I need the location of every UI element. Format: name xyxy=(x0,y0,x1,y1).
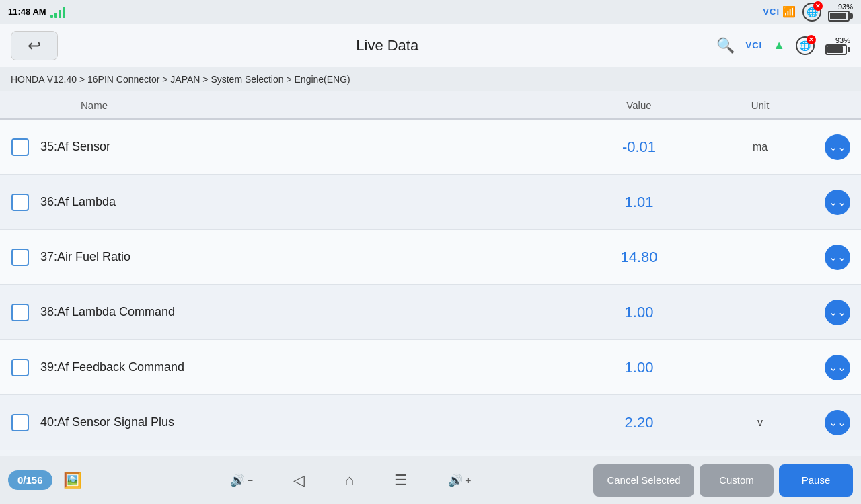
network-globe-icon: 🌐 ✕ xyxy=(802,3,821,22)
row-name-5: 40:Af Sensor Signal Plus xyxy=(40,415,572,429)
time-display: 11:48 AM xyxy=(8,7,46,17)
search-icon[interactable]: 🔍 xyxy=(716,37,735,54)
plus-icon: + xyxy=(465,475,471,486)
gallery-button[interactable]: 🖼️ xyxy=(58,466,87,495)
col-header-name: Name xyxy=(40,99,572,111)
table-row: 40:Af Sensor Signal Plus 2.20 v ⌄⌄ xyxy=(0,395,861,450)
table-row: 39:Af Feedback Command 1.00 ⌄⌄ xyxy=(0,340,861,395)
row-dropdown-btn-3[interactable]: ⌄⌄ xyxy=(825,300,850,325)
menu-button[interactable]: ☰ xyxy=(394,472,408,489)
row-checkbox-col xyxy=(0,138,40,156)
row-name-4: 39:Af Feedback Command xyxy=(40,360,572,374)
pause-button[interactable]: Pause xyxy=(779,464,853,497)
custom-label: Custom xyxy=(719,474,754,486)
vci-top-label: VCI xyxy=(745,40,762,50)
row-value-3: 1.00 xyxy=(572,304,706,321)
row-value-4: 1.00 xyxy=(572,359,706,376)
row-unit-5: v xyxy=(706,417,814,429)
row-checkbox-col xyxy=(0,249,40,266)
row-checkbox-col xyxy=(0,304,40,321)
minus-icon: − xyxy=(248,475,253,486)
page-title: Live Data xyxy=(356,37,418,54)
pause-label: Pause xyxy=(802,474,831,486)
row-value-1: 1.01 xyxy=(572,194,706,211)
breadcrumb-text: HONDA V12.40 > 16PIN Connector > JAPAN >… xyxy=(11,74,350,85)
row-action-2: ⌄⌄ xyxy=(814,245,861,270)
row-dropdown-btn-1[interactable]: ⌄⌄ xyxy=(825,190,850,215)
volume-down-button[interactable]: 🔊 − xyxy=(230,473,253,488)
speaker-up-icon: 🔊 xyxy=(448,473,463,488)
table-row: 38:Af Lambda Command 1.00 ⌄⌄ xyxy=(0,285,861,340)
row-action-1: ⌄⌄ xyxy=(814,190,861,215)
back-nav-button[interactable]: ◁ xyxy=(293,472,305,489)
row-name-1: 36:Af Lambda xyxy=(40,195,572,209)
row-action-5: ⌄⌄ xyxy=(814,410,861,435)
top-icons: 🔍 VCI ▲ 🌐 ✕ 93% xyxy=(716,36,850,55)
row-name-3: 38:Af Lambda Command xyxy=(40,305,572,319)
row-name-0: 35:Af Sensor xyxy=(40,140,572,154)
col-header-unit: Unit xyxy=(706,99,814,111)
row-unit-0: ma xyxy=(706,141,814,153)
top-battery-percent: 93% xyxy=(835,36,850,44)
table-row: 35:Af Sensor -0.01 ma ⌄⌄ xyxy=(0,120,861,175)
row-checkbox-3[interactable] xyxy=(11,304,29,321)
row-checkbox-0[interactable] xyxy=(11,138,29,156)
table-row: 37:Air Fuel Ratio 14.80 ⌄⌄ xyxy=(0,230,861,285)
row-checkbox-2[interactable] xyxy=(11,249,29,266)
row-dropdown-btn-2[interactable]: ⌄⌄ xyxy=(825,245,850,270)
row-checkbox-col xyxy=(0,414,40,431)
network-error-badge: ✕ xyxy=(813,1,823,11)
row-checkbox-5[interactable] xyxy=(11,414,29,431)
signal-bars xyxy=(50,6,65,18)
row-action-3: ⌄⌄ xyxy=(814,300,861,325)
volume-up-button[interactable]: 🔊 + xyxy=(448,473,471,488)
row-checkbox-col xyxy=(0,359,40,376)
row-dropdown-btn-0[interactable]: ⌄⌄ xyxy=(825,134,850,160)
col-header-value: Value xyxy=(572,99,706,111)
row-dropdown-btn-5[interactable]: ⌄⌄ xyxy=(825,410,850,435)
speaker-icon: 🔊 xyxy=(230,473,245,488)
row-checkbox-4[interactable] xyxy=(11,359,29,376)
data-table: 35:Af Sensor -0.01 ma ⌄⌄ 36:Af Lambda 1.… xyxy=(0,120,861,450)
cancel-selected-button[interactable]: Cancel Selected xyxy=(593,464,694,497)
top-battery-bar xyxy=(825,44,847,55)
bottom-actions: Cancel Selected Custom Pause xyxy=(593,464,861,497)
globe-error-badge: ✕ xyxy=(807,35,816,44)
back-button[interactable]: ↩ xyxy=(11,31,58,60)
row-value-5: 2.20 xyxy=(572,414,706,431)
row-action-0: ⌄⌄ xyxy=(814,134,861,160)
network-icon xyxy=(50,6,65,18)
back-arrow-icon: ↩ xyxy=(28,36,41,55)
status-bar: 11:48 AM VCI 📶 🌐 ✕ 93% xyxy=(0,0,861,24)
top-battery: 93% xyxy=(825,36,850,55)
home-button[interactable]: ⌂ xyxy=(345,472,354,489)
table-row: 36:Af Lambda 1.01 ⌄⌄ xyxy=(0,175,861,230)
row-value-2: 14.80 xyxy=(572,249,706,266)
custom-button[interactable]: Custom xyxy=(700,464,774,497)
row-value-0: -0.01 xyxy=(572,138,706,156)
wifi-top-icon: ▲ xyxy=(773,38,785,52)
row-dropdown-btn-4[interactable]: ⌄⌄ xyxy=(825,355,850,380)
table-header: Name Value Unit xyxy=(0,91,861,120)
battery-percent: 93% xyxy=(838,3,853,11)
row-checkbox-1[interactable] xyxy=(11,194,29,211)
battery-bar xyxy=(828,11,850,22)
selection-count: 0/156 xyxy=(8,470,52,490)
globe-top-icon[interactable]: 🌐 ✕ xyxy=(796,36,815,55)
cancel-selected-label: Cancel Selected xyxy=(607,474,680,486)
bottom-left: 0/156 🖼️ xyxy=(0,466,108,495)
vci-label: VCI xyxy=(763,7,780,17)
row-checkbox-col xyxy=(0,194,40,211)
row-action-4: ⌄⌄ xyxy=(814,355,861,380)
wifi-icon: 📶 xyxy=(782,5,796,18)
vci-status: VCI 📶 xyxy=(763,5,796,18)
bottom-bar: 0/156 🖼️ 🔊 − ◁ ⌂ ☰ 🔊 + Cancel Selected C… xyxy=(0,456,861,504)
bottom-nav: 🔊 − ◁ ⌂ ☰ 🔊 + xyxy=(108,472,593,489)
battery-display: 93% xyxy=(828,3,853,22)
breadcrumb: HONDA V12.40 > 16PIN Connector > JAPAN >… xyxy=(0,67,861,91)
top-bar: ↩ Live Data 🔍 VCI ▲ 🌐 ✕ 93% xyxy=(0,24,861,67)
row-name-2: 37:Air Fuel Ratio xyxy=(40,250,572,264)
